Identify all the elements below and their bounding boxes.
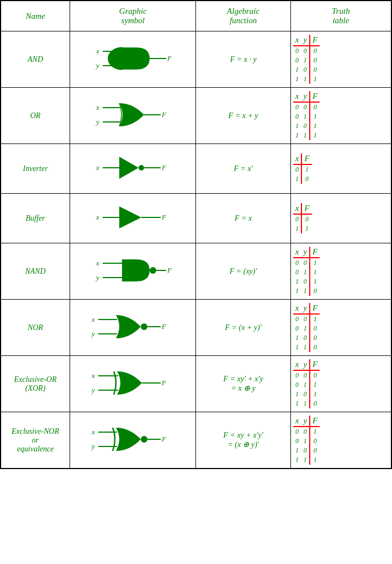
gate-symbol: x y F	[70, 300, 196, 356]
table-row: Buffer x F F = x xF0011	[1, 194, 391, 243]
svg-text:F: F	[167, 266, 172, 274]
gate-symbol: x F	[70, 194, 196, 243]
svg-text:F: F	[167, 54, 172, 62]
truth-table: xyF001010100110	[290, 300, 391, 356]
svg-text:x: x	[96, 47, 99, 55]
gate-formula: F = x · y	[196, 31, 290, 88]
svg-text:y: y	[91, 442, 95, 450]
table-row: NOR x y F F = (x + y)' xyF001010100110	[1, 300, 391, 356]
gate-name: Buffer	[1, 194, 70, 243]
gate-formula: F = x'	[196, 144, 290, 194]
svg-text:y: y	[91, 329, 95, 338]
truth-table: xyF001011101110	[290, 243, 391, 300]
gate-formula: F = xy + x'y'= (x ⊕ y)'	[196, 412, 290, 469]
svg-text:x: x	[96, 259, 99, 267]
table-row: NAND x y F F = (xy)' xyF001011101110	[1, 243, 391, 300]
gate-formula: F = (x + y)'	[196, 300, 290, 356]
gate-name: NOR	[1, 300, 70, 356]
truth-table: xF0011	[290, 194, 391, 243]
svg-text:F: F	[161, 435, 167, 443]
gate-formula: F = x + y	[196, 88, 290, 144]
gate-formula: F = (xy)'	[196, 243, 290, 300]
table-row: Inverter x F F = x' xF0110	[1, 144, 391, 194]
svg-text:F: F	[161, 163, 167, 172]
svg-text:x: x	[96, 163, 99, 172]
svg-point-48	[141, 436, 147, 443]
table-row: Exclusive-OR(XOR) x y F F = xy' + x'y= x…	[1, 356, 391, 412]
gate-symbol: x y F	[70, 243, 196, 300]
gate-name: Exclusive-NORorequivalence	[1, 412, 70, 469]
header-truth: Truthtable	[290, 1, 391, 31]
svg-text:x: x	[96, 103, 99, 111]
svg-text:y: y	[91, 386, 95, 394]
table-row: OR x y F F = x + y xyF000011101111	[1, 88, 391, 144]
svg-point-35	[141, 323, 147, 330]
header-symbol: Graphicsymbol	[70, 1, 196, 31]
svg-text:x: x	[91, 428, 95, 436]
svg-point-16	[139, 165, 144, 171]
svg-text:y: y	[95, 118, 99, 126]
header-name: Name	[1, 1, 70, 31]
svg-text:F: F	[161, 322, 167, 331]
svg-text:x: x	[96, 213, 99, 221]
truth-table: xyF001010100111	[290, 412, 391, 469]
svg-text:y: y	[95, 61, 99, 70]
svg-point-28	[150, 267, 156, 274]
gate-formula: F = x	[196, 194, 290, 243]
svg-text:x: x	[91, 315, 95, 323]
truth-table: xyF000010100111	[290, 31, 391, 88]
svg-text:y: y	[95, 273, 99, 281]
gate-name: AND	[1, 31, 70, 88]
svg-text:x: x	[91, 371, 95, 380]
gate-symbol: x y F	[70, 412, 196, 469]
gate-symbol: x y F	[70, 356, 196, 412]
logic-gates-table: Name Graphicsymbol Algebraicfunction Tru…	[0, 0, 392, 469]
svg-marker-15	[119, 157, 139, 179]
gate-formula: F = xy' + x'y= x ⊕ y	[196, 356, 290, 412]
svg-marker-21	[119, 206, 141, 228]
table-row: Exclusive-NORorequivalence x y F F = xy …	[1, 412, 391, 469]
header-function: Algebraicfunction	[196, 1, 290, 31]
truth-table: xyF000011101110	[290, 356, 391, 412]
svg-text:F: F	[161, 213, 167, 221]
svg-text:F: F	[161, 110, 167, 119]
truth-table: xyF000011101111	[290, 88, 391, 144]
gate-symbol: x y F	[70, 31, 196, 88]
svg-text:F: F	[161, 379, 167, 387]
gate-name: Inverter	[1, 144, 70, 194]
truth-table: xF0110	[290, 144, 391, 194]
gate-name: NAND	[1, 243, 70, 300]
gate-symbol: x y F	[70, 88, 196, 144]
gate-symbol: x F	[70, 144, 196, 194]
gate-name: Exclusive-OR(XOR)	[1, 356, 70, 412]
table-row: AND x y F F = x · y xyF000010100111	[1, 31, 391, 88]
gate-name: OR	[1, 88, 70, 144]
